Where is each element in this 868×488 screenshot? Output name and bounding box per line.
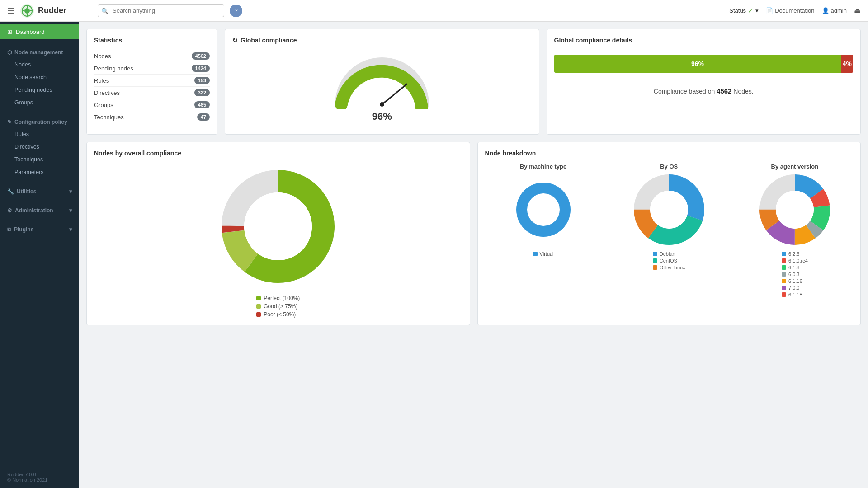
- big-legend-label: Perfect (100%): [264, 295, 300, 301]
- machine-legend-label: Virtual: [540, 251, 554, 257]
- sidebar-item-node-search[interactable]: Node search: [0, 71, 79, 84]
- compliance-bar: 96% 4%: [554, 55, 854, 73]
- sidebar-plugins-header[interactable]: ⧉ Plugins ▾: [0, 222, 79, 235]
- svg-point-1: [24, 8, 30, 14]
- os-legend-label: Other Linux: [660, 265, 685, 270]
- admin-menu[interactable]: 👤 admin: [822, 7, 847, 14]
- plugins-chevron-icon: ▾: [69, 226, 72, 233]
- hamburger-menu[interactable]: ☰: [7, 6, 14, 16]
- stats-row: Nodes4562: [94, 50, 210, 62]
- utilities-label: Utilities: [17, 188, 36, 195]
- parameters-label: Parameters: [14, 169, 44, 175]
- agent-title: By agent version: [771, 163, 819, 170]
- sidebar-item-groups[interactable]: Groups: [0, 96, 79, 109]
- sidebar-item-parameters[interactable]: Parameters: [0, 166, 79, 178]
- dashboard-content: Statistics Nodes4562Pending nodes1424Rul…: [79, 22, 868, 488]
- os-title: By OS: [660, 163, 678, 170]
- techniques-label: Techniques: [14, 156, 43, 163]
- agent-legend: 6.2.66.1.0.rc46.1.86.0.36.1.167.0.06.1.1…: [782, 251, 808, 297]
- compliance-bar-green: 96%: [554, 55, 841, 73]
- topbar: ☰ Rudder 🔍 ? Status ✓ ▾ 📄 Documentation …: [0, 0, 868, 22]
- agent-legend-label: 6.0.3: [788, 272, 799, 277]
- directives-label: Directives: [14, 144, 39, 150]
- compliance-details-card: Global compliance details 96% 4% Complia…: [547, 29, 861, 135]
- config-icon: ✎: [7, 119, 12, 125]
- doc-label: Documentation: [775, 7, 814, 14]
- sidebar-item-directives[interactable]: Directives: [0, 141, 79, 153]
- status-chevron-icon: ▾: [755, 7, 759, 14]
- bottom-row: Nodes by overall compliance: [86, 142, 861, 325]
- svg-point-19: [650, 191, 688, 229]
- plugins-label: Plugins: [14, 226, 33, 233]
- sidebar-dashboard-label: Dashboard: [16, 28, 45, 35]
- big-legend-item: Perfect (100%): [256, 295, 300, 301]
- logout-button[interactable]: ⏏: [854, 6, 861, 15]
- search-input[interactable]: [98, 4, 224, 17]
- sidebar-administration-header[interactable]: ⚙ Administration ▾: [0, 203, 79, 216]
- machine-type-title: By machine type: [520, 163, 566, 170]
- sidebar-section-administration: ⚙ Administration ▾: [0, 200, 79, 219]
- agent-legend-item: 6.1.8: [782, 265, 808, 270]
- agent-legend-item: 6.1.0.rc4: [782, 258, 808, 263]
- sidebar-section-dashboard: ⊞ Dashboard: [0, 22, 79, 42]
- sidebar: ⊞ Dashboard ⬡ Node management Nodes Node…: [0, 22, 79, 488]
- node-search-label: Node search: [14, 74, 47, 80]
- big-legend-item: Good (> 75%): [256, 303, 300, 310]
- svg-point-28: [776, 191, 814, 229]
- main-layout: ⊞ Dashboard ⬡ Node management Nodes Node…: [0, 22, 868, 488]
- help-button[interactable]: ?: [230, 5, 242, 17]
- stats-row-label: Groups: [94, 102, 113, 108]
- machine-legend-item: Virtual: [533, 251, 554, 257]
- sidebar-config-policy-header[interactable]: ✎ Configuration policy: [0, 114, 79, 128]
- big-legend-label: Good (> 75%): [264, 303, 297, 310]
- nodes-label: Nodes: [14, 61, 31, 68]
- agent-donut: [759, 174, 831, 246]
- nodes-compliance-title: Nodes by overall compliance: [94, 150, 462, 157]
- sidebar-section-config: ✎ Configuration policy Rules Directives …: [0, 112, 79, 181]
- status-dropdown[interactable]: Status ✓ ▾: [729, 6, 759, 15]
- agent-legend-label: 6.1.8: [788, 265, 799, 270]
- version-label: Rudder 7.0.0: [7, 472, 72, 477]
- os-legend-item: CentOS: [653, 258, 685, 263]
- sidebar-item-dashboard[interactable]: ⊞ Dashboard: [0, 24, 79, 39]
- stats-row-label: Techniques: [94, 114, 124, 121]
- sidebar-item-pending-nodes[interactable]: Pending nodes: [0, 84, 79, 96]
- agent-legend-item: 7.0.0: [782, 285, 808, 291]
- stats-row-label: Pending nodes: [94, 65, 133, 72]
- agent-legend-label: 6.1.18: [788, 292, 802, 297]
- agent-legend-item: 6.1.18: [782, 292, 808, 297]
- os-legend-label: Debian: [660, 251, 675, 257]
- agent-legend-label: 6.2.6: [788, 251, 799, 257]
- machine-type-col: By machine type Virtual: [507, 163, 580, 297]
- stats-row-count: 47: [197, 113, 210, 121]
- sidebar-node-management-header[interactable]: ⬡ Node management: [0, 45, 79, 58]
- gauge-percentage: 96%: [372, 111, 392, 122]
- statistics-title: Statistics: [94, 37, 210, 44]
- utilities-chevron-icon: ▾: [69, 188, 72, 195]
- svg-line-6: [382, 84, 407, 104]
- logo-text: Rudder: [38, 6, 66, 15]
- statistics-card: Statistics Nodes4562Pending nodes1424Rul…: [86, 29, 217, 135]
- sidebar-utilities-header[interactable]: 🔧 Utilities ▾: [0, 184, 79, 197]
- big-donut-wrap: Perfect (100%)Good (> 75%)Poor (< 50%): [94, 163, 462, 318]
- documentation-link[interactable]: 📄 Documentation: [766, 7, 814, 14]
- plugins-icon: ⧉: [7, 226, 11, 233]
- pending-nodes-label: Pending nodes: [14, 87, 52, 93]
- compliance-bar-red: 4%: [841, 55, 853, 73]
- stats-row-label: Nodes: [94, 53, 111, 60]
- utilities-icon: 🔧: [7, 188, 14, 195]
- stats-row-count: 153: [194, 77, 210, 84]
- statistics-rows: Nodes4562Pending nodes1424Rules153Direct…: [94, 50, 210, 123]
- gauge-container: 96%: [232, 50, 532, 127]
- agent-legend-label: 7.0.0: [788, 285, 799, 291]
- sidebar-item-rules[interactable]: Rules: [0, 128, 79, 141]
- agent-legend-item: 6.0.3: [782, 272, 808, 277]
- sidebar-item-nodes[interactable]: Nodes: [0, 58, 79, 71]
- sidebar-item-techniques[interactable]: Techniques: [0, 153, 79, 166]
- dashboard-icon: ⊞: [7, 28, 12, 35]
- agent-legend-label: 6.1.16: [788, 278, 802, 284]
- top-actions: Status ✓ ▾ 📄 Documentation 👤 admin ⏏: [729, 6, 861, 15]
- admin-icon: 👤: [822, 7, 829, 14]
- doc-icon: 📄: [766, 7, 773, 14]
- groups-label: Groups: [14, 99, 33, 106]
